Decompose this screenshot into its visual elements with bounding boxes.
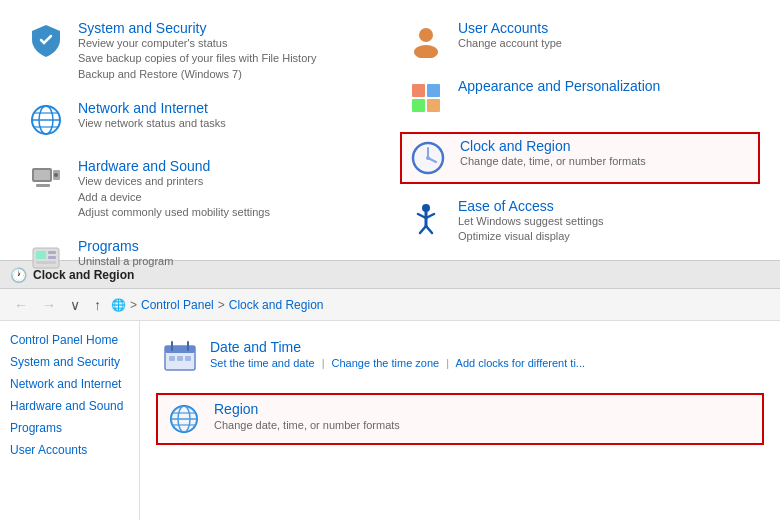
user-accounts-text: User Accounts Change account type xyxy=(458,20,562,51)
clock-region-text: Clock and Region Change date, time, or n… xyxy=(460,138,646,169)
hardware-icon xyxy=(26,158,66,198)
window-content: Control Panel Home System and Security N… xyxy=(0,321,780,520)
datetime-icon xyxy=(162,339,198,375)
control-panel-top: System and Security Review your computer… xyxy=(0,0,780,260)
ease-access-title[interactable]: Ease of Access xyxy=(458,198,604,214)
svg-rect-33 xyxy=(165,346,195,353)
ease-access-desc: Let Windows suggest settingsOptimize vis… xyxy=(458,214,604,245)
hardware-text: Hardware and Sound View devices and prin… xyxy=(78,158,270,220)
hardware-title[interactable]: Hardware and Sound xyxy=(78,158,270,174)
clock-region-desc: Change date, time, or number formats xyxy=(460,154,646,169)
svg-rect-20 xyxy=(427,99,440,112)
window-icon: 🕐 xyxy=(10,267,27,283)
svg-rect-37 xyxy=(177,356,183,361)
svg-rect-14 xyxy=(36,261,56,264)
content-region[interactable]: Region Change date, time, or number form… xyxy=(156,393,764,445)
network-desc: View network status and tasks xyxy=(78,116,226,131)
user-accounts-title[interactable]: User Accounts xyxy=(458,20,562,36)
user-accounts-desc: Change account type xyxy=(458,36,562,51)
up-button[interactable]: ↑ xyxy=(90,295,105,315)
sidebar-item-user-accounts[interactable]: User Accounts xyxy=(10,443,129,457)
right-column: User Accounts Change account type Appear… xyxy=(400,16,760,244)
cp-network-internet[interactable]: Network and Internet View network status… xyxy=(20,96,380,144)
add-clocks-link[interactable]: Add clocks for different ti... xyxy=(456,357,585,369)
window-title: Clock and Region xyxy=(33,268,134,282)
svg-point-15 xyxy=(419,28,433,42)
sidebar-item-control-panel-home[interactable]: Control Panel Home xyxy=(10,333,129,347)
sidebar-item-network-internet[interactable]: Network and Internet xyxy=(10,377,129,391)
cp-user-accounts[interactable]: User Accounts Change account type xyxy=(400,16,760,64)
svg-point-25 xyxy=(415,145,441,171)
hardware-desc: View devices and printersAdd a deviceAdj… xyxy=(78,174,270,220)
sidebar-item-programs[interactable]: Programs xyxy=(10,421,129,435)
svg-rect-18 xyxy=(427,84,440,97)
network-icon xyxy=(26,100,66,140)
recent-button[interactable]: ∨ xyxy=(66,295,84,315)
back-button[interactable]: ← xyxy=(10,295,32,315)
cp-appearance[interactable]: Appearance and Personalization xyxy=(400,74,760,122)
cp-clock-region[interactable]: Clock and Region Change date, time, or n… xyxy=(400,132,760,184)
clock-icon xyxy=(408,138,448,178)
programs-text: Programs Uninstall a program xyxy=(78,238,173,269)
svg-rect-12 xyxy=(48,251,56,254)
breadcrumb-control-panel[interactable]: Control Panel xyxy=(141,298,214,312)
main-content-area: Date and Time Set the time and date | Ch… xyxy=(140,321,780,520)
region-icon xyxy=(166,401,202,437)
programs-title[interactable]: Programs xyxy=(78,238,173,254)
breadcrumb-icon: 🌐 xyxy=(111,298,126,312)
ease-icon xyxy=(406,198,446,238)
svg-rect-7 xyxy=(36,184,50,187)
svg-rect-38 xyxy=(185,356,191,361)
date-time-title[interactable]: Date and Time xyxy=(210,339,585,355)
svg-line-31 xyxy=(426,226,432,233)
navigation-bar: ← → ∨ ↑ 🌐 > Control Panel > Clock and Re… xyxy=(0,289,780,321)
svg-rect-13 xyxy=(48,256,56,259)
users-icon xyxy=(406,20,446,60)
system-security-text: System and Security Review your computer… xyxy=(78,20,316,82)
network-text: Network and Internet View network status… xyxy=(78,100,226,131)
date-time-links: Set the time and date | Change the time … xyxy=(210,357,585,369)
ease-access-text: Ease of Access Let Windows suggest setti… xyxy=(458,198,604,245)
cp-hardware-sound[interactable]: Hardware and Sound View devices and prin… xyxy=(20,154,380,224)
date-time-text: Date and Time Set the time and date | Ch… xyxy=(210,339,585,369)
system-security-desc: Review your computer's statusSave backup… xyxy=(78,36,316,82)
svg-point-44 xyxy=(171,406,197,432)
region-desc: Change date, time, or number formats xyxy=(214,419,400,431)
set-time-link[interactable]: Set the time and date xyxy=(210,357,315,369)
svg-rect-11 xyxy=(36,251,46,259)
cp-ease-access[interactable]: Ease of Access Let Windows suggest setti… xyxy=(400,194,760,249)
sidebar-navigation: Control Panel Home System and Security N… xyxy=(0,321,140,520)
breadcrumb: 🌐 > Control Panel > Clock and Region xyxy=(111,298,323,312)
forward-button[interactable]: → xyxy=(38,295,60,315)
change-timezone-link[interactable]: Change the time zone xyxy=(332,357,440,369)
clock-region-title[interactable]: Clock and Region xyxy=(460,138,646,154)
left-column: System and Security Review your computer… xyxy=(20,16,380,244)
region-text: Region Change date, time, or number form… xyxy=(214,401,400,431)
svg-point-9 xyxy=(54,173,58,177)
breadcrumb-clock-region[interactable]: Clock and Region xyxy=(229,298,324,312)
appearance-title[interactable]: Appearance and Personalization xyxy=(458,78,660,94)
region-title[interactable]: Region xyxy=(214,401,400,417)
cp-system-security[interactable]: System and Security Review your computer… xyxy=(20,16,380,86)
appearance-icon xyxy=(406,78,446,118)
sidebar-item-system-security[interactable]: System and Security xyxy=(10,355,129,369)
svg-rect-17 xyxy=(412,84,425,97)
svg-point-16 xyxy=(414,45,438,58)
svg-rect-6 xyxy=(34,170,50,180)
clock-region-window: 🕐 Clock and Region ← → ∨ ↑ 🌐 > Control P… xyxy=(0,260,780,520)
shield-icon xyxy=(26,20,66,60)
svg-rect-19 xyxy=(412,99,425,112)
system-security-title[interactable]: System and Security xyxy=(78,20,316,36)
network-title[interactable]: Network and Internet xyxy=(78,100,226,116)
appearance-text: Appearance and Personalization xyxy=(458,78,660,94)
sidebar-item-hardware-sound[interactable]: Hardware and Sound xyxy=(10,399,129,413)
content-date-time[interactable]: Date and Time Set the time and date | Ch… xyxy=(156,335,764,379)
svg-line-30 xyxy=(420,226,426,233)
svg-rect-36 xyxy=(169,356,175,361)
